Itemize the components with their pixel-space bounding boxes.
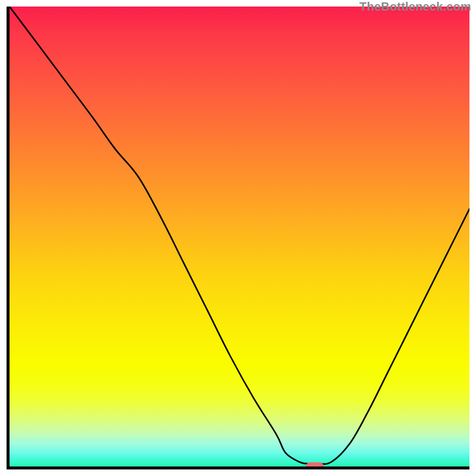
bottleneck-chart: TheBottleneck.com: [0, 0, 476, 476]
curve-layer: [10, 7, 469, 466]
bottleneck-curve-path: [10, 7, 469, 464]
optimal-marker: [306, 462, 324, 469]
plot-area: [7, 7, 469, 469]
watermark-text: TheBottleneck.com: [359, 0, 471, 14]
